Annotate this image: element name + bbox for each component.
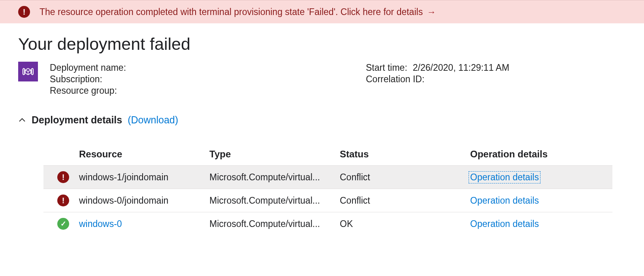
- success-icon: ✓: [57, 218, 69, 230]
- chevron-up-icon[interactable]: [18, 115, 26, 127]
- cell-type: Microsoft.Compute/virtual...: [209, 219, 340, 229]
- details-table: Resource Type Status Operation details !…: [43, 143, 612, 235]
- error-banner-message: The resource operation completed with te…: [40, 7, 423, 17]
- cell-type: Microsoft.Compute/virtual...: [209, 172, 340, 183]
- cell-type: Microsoft.Compute/virtual...: [209, 195, 340, 206]
- col-type: Type: [209, 149, 340, 160]
- table-header: Resource Type Status Operation details: [43, 143, 612, 165]
- download-link[interactable]: (Download): [128, 114, 178, 126]
- deployment-icon: [18, 62, 38, 81]
- operation-details-link[interactable]: Operation details: [470, 219, 539, 229]
- col-op: Operation details: [470, 149, 608, 160]
- cell-resource[interactable]: windows-0: [79, 219, 209, 229]
- table-row[interactable]: !windows-1/joindomainMicrosoft.Compute/v…: [43, 165, 612, 189]
- operation-details-link[interactable]: Operation details: [470, 195, 539, 206]
- cell-resource: windows-1/joindomain: [79, 172, 209, 183]
- meta-resource-group: Resource group:: [50, 85, 366, 96]
- col-resource: Resource: [79, 149, 209, 160]
- table-row[interactable]: ✓windows-0Microsoft.Compute/virtual...OK…: [43, 212, 612, 235]
- error-icon: !: [18, 6, 30, 18]
- meta-deployment-name: Deployment name:: [50, 62, 366, 73]
- meta-correlation-id: Correlation ID:: [366, 74, 626, 85]
- page-title: Your deployment failed: [18, 34, 626, 54]
- table-row[interactable]: !windows-0/joindomainMicrosoft.Compute/v…: [43, 189, 612, 212]
- cell-resource: windows-0/joindomain: [79, 195, 209, 206]
- error-banner[interactable]: ! The resource operation completed with …: [0, 0, 644, 23]
- cell-status: Conflict: [340, 172, 470, 183]
- meta-subscription: Subscription:: [50, 74, 366, 85]
- error-icon: !: [57, 195, 69, 206]
- error-banner-text: The resource operation completed with te…: [40, 7, 436, 17]
- arrow-right-icon: →: [427, 7, 436, 17]
- meta-start-time: Start time: 2/26/2020, 11:29:11 AM: [366, 62, 626, 73]
- resource-link[interactable]: windows-0: [79, 219, 122, 229]
- col-status: Status: [340, 149, 470, 160]
- operation-details-link[interactable]: Operation details: [469, 171, 540, 183]
- cell-status: OK: [340, 219, 470, 229]
- error-icon: !: [57, 171, 69, 183]
- deployment-meta: Deployment name: Subscription: Resource …: [18, 62, 626, 97]
- deployment-details-label: Deployment details: [32, 114, 122, 126]
- cell-status: Conflict: [340, 195, 470, 206]
